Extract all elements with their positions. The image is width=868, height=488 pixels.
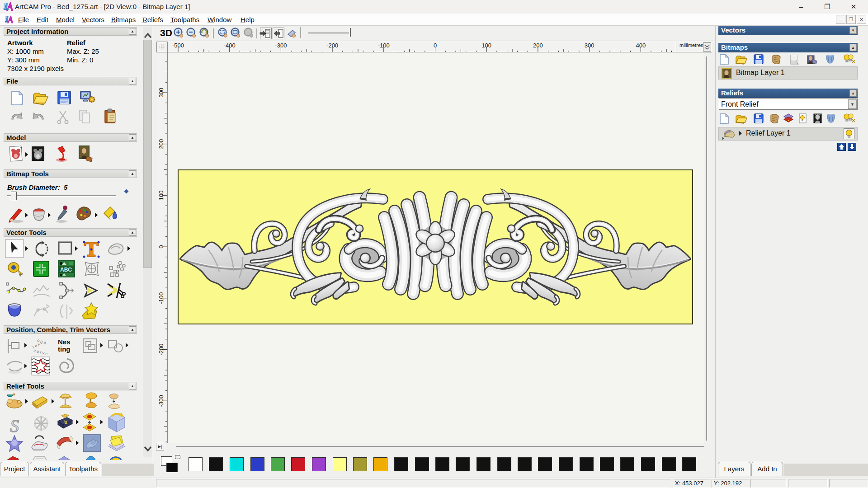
svg-text:200: 200 [158, 139, 165, 149]
svg-text:-300: -300 [158, 395, 165, 407]
svg-text:millimetres: millimetres [679, 42, 703, 48]
svg-text:-100: -100 [158, 292, 165, 304]
svg-text:-200: -200 [158, 343, 165, 355]
svg-text:-500: -500 [172, 42, 184, 49]
svg-text:-100: -100 [378, 42, 390, 49]
svg-text:100: 100 [481, 42, 491, 49]
svg-text:300: 300 [585, 42, 594, 49]
svg-text:0: 0 [158, 245, 165, 248]
svg-text:0: 0 [434, 42, 437, 49]
svg-text:-200: -200 [326, 42, 338, 49]
svg-text:S: S [10, 416, 19, 436]
svg-text:200: 200 [533, 42, 543, 49]
svg-text:-400: -400 [224, 42, 236, 49]
svg-text:c u r v e: c u r v e [33, 348, 48, 357]
svg-text:ting: ting [58, 345, 71, 353]
svg-text:400: 400 [636, 42, 646, 49]
svg-text:Nes: Nes [58, 338, 71, 346]
svg-text:-300: -300 [275, 42, 287, 49]
svg-text:ABC: ABC [60, 267, 72, 273]
svg-text:100: 100 [158, 191, 165, 201]
svg-text:300: 300 [158, 88, 165, 98]
